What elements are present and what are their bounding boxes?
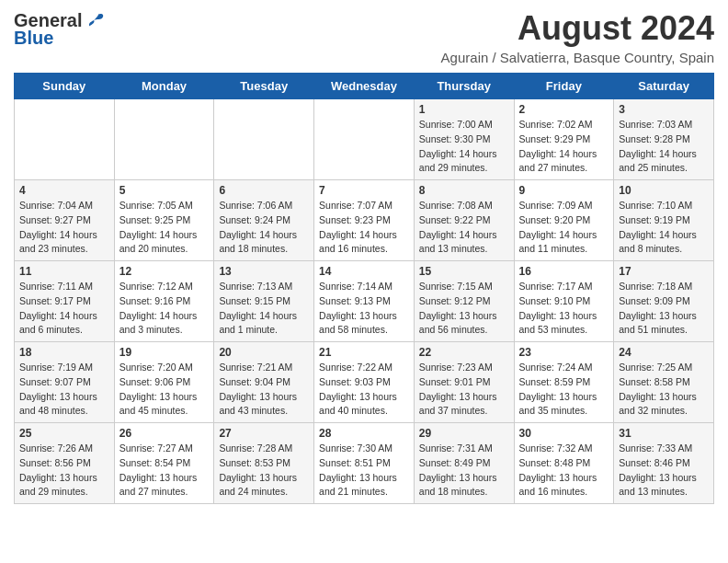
day-number: 29	[419, 427, 509, 440]
calendar-day-header: Thursday	[414, 74, 514, 99]
day-number: 14	[319, 265, 409, 278]
day-info: Sunrise: 7:31 AMSunset: 8:49 PMDaylight:…	[419, 442, 497, 497]
day-number: 21	[319, 346, 409, 359]
day-number: 8	[419, 184, 509, 197]
day-number: 2	[519, 103, 609, 116]
day-info: Sunrise: 7:07 AMSunset: 9:23 PMDaylight:…	[319, 200, 397, 254]
calendar-cell	[214, 99, 314, 180]
day-number: 15	[419, 265, 509, 278]
calendar-cell: 19 Sunrise: 7:20 AMSunset: 9:06 PMDaylig…	[114, 342, 214, 423]
calendar-cell	[314, 99, 415, 180]
calendar-day-header: Saturday	[614, 74, 714, 99]
day-number: 20	[219, 346, 309, 359]
calendar-cell: 4 Sunrise: 7:04 AMSunset: 9:27 PMDayligh…	[15, 180, 115, 261]
calendar-cell: 27 Sunrise: 7:28 AMSunset: 8:53 PMDaylig…	[214, 423, 314, 504]
day-number: 13	[219, 265, 309, 278]
day-number: 4	[19, 184, 109, 197]
day-number: 1	[419, 103, 509, 116]
day-info: Sunrise: 7:33 AMSunset: 8:46 PMDaylight:…	[619, 442, 697, 497]
logo-bird-icon	[84, 9, 106, 31]
day-info: Sunrise: 7:23 AMSunset: 9:01 PMDaylight:…	[419, 362, 497, 416]
day-info: Sunrise: 7:25 AMSunset: 8:58 PMDaylight:…	[619, 362, 697, 416]
calendar-cell: 6 Sunrise: 7:06 AMSunset: 9:24 PMDayligh…	[214, 180, 314, 261]
day-number: 28	[319, 427, 409, 440]
calendar-day-header: Tuesday	[214, 74, 314, 99]
calendar-cell: 26 Sunrise: 7:27 AMSunset: 8:54 PMDaylig…	[114, 423, 214, 504]
day-number: 11	[19, 265, 109, 278]
day-number: 17	[619, 265, 709, 278]
calendar-cell: 29 Sunrise: 7:31 AMSunset: 8:49 PMDaylig…	[414, 423, 514, 504]
day-info: Sunrise: 7:32 AMSunset: 8:48 PMDaylight:…	[519, 442, 597, 497]
calendar-week-row: 1 Sunrise: 7:00 AMSunset: 9:30 PMDayligh…	[15, 99, 714, 180]
calendar-cell: 22 Sunrise: 7:23 AMSunset: 9:01 PMDaylig…	[414, 342, 514, 423]
day-number: 9	[519, 184, 609, 197]
day-info: Sunrise: 7:20 AMSunset: 9:06 PMDaylight:…	[119, 362, 198, 416]
day-info: Sunrise: 7:03 AMSunset: 9:28 PMDaylight:…	[619, 119, 697, 173]
day-info: Sunrise: 7:04 AMSunset: 9:27 PMDaylight:…	[19, 200, 97, 254]
calendar-cell: 7 Sunrise: 7:07 AMSunset: 9:23 PMDayligh…	[314, 180, 415, 261]
day-info: Sunrise: 7:05 AMSunset: 9:25 PMDaylight:…	[119, 200, 198, 254]
day-info: Sunrise: 7:17 AMSunset: 9:10 PMDaylight:…	[519, 281, 597, 335]
header: General Blue August 2024 Agurain / Salva…	[14, 9, 714, 65]
calendar-cell: 5 Sunrise: 7:05 AMSunset: 9:25 PMDayligh…	[114, 180, 214, 261]
day-info: Sunrise: 7:08 AMSunset: 9:22 PMDaylight:…	[419, 200, 497, 254]
day-info: Sunrise: 7:30 AMSunset: 8:51 PMDaylight:…	[319, 442, 397, 497]
day-info: Sunrise: 7:24 AMSunset: 8:59 PMDaylight:…	[519, 362, 597, 416]
calendar-cell: 18 Sunrise: 7:19 AMSunset: 9:07 PMDaylig…	[15, 342, 115, 423]
calendar-day-header: Friday	[514, 74, 614, 99]
title-area: August 2024 Agurain / Salvatierra, Basqu…	[441, 9, 714, 65]
calendar-cell: 31 Sunrise: 7:33 AMSunset: 8:46 PMDaylig…	[614, 423, 714, 504]
calendar-cell: 16 Sunrise: 7:17 AMSunset: 9:10 PMDaylig…	[514, 261, 614, 342]
day-info: Sunrise: 7:26 AMSunset: 8:56 PMDaylight:…	[19, 442, 97, 497]
day-number: 18	[19, 346, 109, 359]
day-number: 31	[619, 427, 709, 440]
calendar-cell: 17 Sunrise: 7:18 AMSunset: 9:09 PMDaylig…	[614, 261, 714, 342]
day-info: Sunrise: 7:22 AMSunset: 9:03 PMDaylight:…	[319, 362, 397, 416]
calendar-cell: 15 Sunrise: 7:15 AMSunset: 9:12 PMDaylig…	[414, 261, 514, 342]
day-info: Sunrise: 7:19 AMSunset: 9:07 PMDaylight:…	[19, 362, 97, 416]
calendar-week-row: 18 Sunrise: 7:19 AMSunset: 9:07 PMDaylig…	[15, 342, 714, 423]
calendar-week-row: 11 Sunrise: 7:11 AMSunset: 9:17 PMDaylig…	[15, 261, 714, 342]
calendar: SundayMondayTuesdayWednesdayThursdayFrid…	[14, 73, 714, 504]
day-info: Sunrise: 7:09 AMSunset: 9:20 PMDaylight:…	[519, 200, 597, 254]
day-info: Sunrise: 7:10 AMSunset: 9:19 PMDaylight:…	[619, 200, 697, 254]
day-number: 23	[519, 346, 609, 359]
calendar-day-header: Wednesday	[314, 74, 415, 99]
calendar-cell: 11 Sunrise: 7:11 AMSunset: 9:17 PMDaylig…	[15, 261, 115, 342]
calendar-cell: 2 Sunrise: 7:02 AMSunset: 9:29 PMDayligh…	[514, 99, 614, 180]
calendar-week-row: 4 Sunrise: 7:04 AMSunset: 9:27 PMDayligh…	[15, 180, 714, 261]
subtitle: Agurain / Salvatierra, Basque Country, S…	[441, 50, 714, 65]
day-info: Sunrise: 7:18 AMSunset: 9:09 PMDaylight:…	[619, 281, 697, 335]
day-number: 12	[119, 265, 210, 278]
day-info: Sunrise: 7:27 AMSunset: 8:54 PMDaylight:…	[119, 442, 198, 497]
calendar-cell: 25 Sunrise: 7:26 AMSunset: 8:56 PMDaylig…	[15, 423, 115, 504]
calendar-cell: 10 Sunrise: 7:10 AMSunset: 9:19 PMDaylig…	[614, 180, 714, 261]
calendar-cell: 8 Sunrise: 7:08 AMSunset: 9:22 PMDayligh…	[414, 180, 514, 261]
calendar-cell: 24 Sunrise: 7:25 AMSunset: 8:58 PMDaylig…	[614, 342, 714, 423]
day-info: Sunrise: 7:12 AMSunset: 9:16 PMDaylight:…	[119, 281, 198, 335]
calendar-header-row: SundayMondayTuesdayWednesdayThursdayFrid…	[15, 74, 714, 99]
calendar-cell: 28 Sunrise: 7:30 AMSunset: 8:51 PMDaylig…	[314, 423, 415, 504]
day-info: Sunrise: 7:00 AMSunset: 9:30 PMDaylight:…	[419, 119, 497, 173]
day-number: 7	[319, 184, 409, 197]
day-number: 25	[19, 427, 109, 440]
calendar-cell	[15, 99, 115, 180]
day-number: 26	[119, 427, 210, 440]
day-number: 16	[519, 265, 609, 278]
calendar-cell: 9 Sunrise: 7:09 AMSunset: 9:20 PMDayligh…	[514, 180, 614, 261]
day-number: 5	[119, 184, 210, 197]
calendar-day-header: Monday	[114, 74, 214, 99]
day-number: 22	[419, 346, 509, 359]
calendar-cell: 13 Sunrise: 7:13 AMSunset: 9:15 PMDaylig…	[214, 261, 314, 342]
day-info: Sunrise: 7:21 AMSunset: 9:04 PMDaylight:…	[219, 362, 297, 416]
day-info: Sunrise: 7:06 AMSunset: 9:24 PMDaylight:…	[219, 200, 297, 254]
day-number: 27	[219, 427, 309, 440]
day-number: 19	[119, 346, 210, 359]
calendar-week-row: 25 Sunrise: 7:26 AMSunset: 8:56 PMDaylig…	[15, 423, 714, 504]
calendar-cell: 3 Sunrise: 7:03 AMSunset: 9:28 PMDayligh…	[614, 99, 714, 180]
month-year: August 2024	[441, 9, 714, 48]
day-number: 10	[619, 184, 709, 197]
calendar-cell: 1 Sunrise: 7:00 AMSunset: 9:30 PMDayligh…	[414, 99, 514, 180]
day-number: 30	[519, 427, 609, 440]
day-number: 24	[619, 346, 709, 359]
